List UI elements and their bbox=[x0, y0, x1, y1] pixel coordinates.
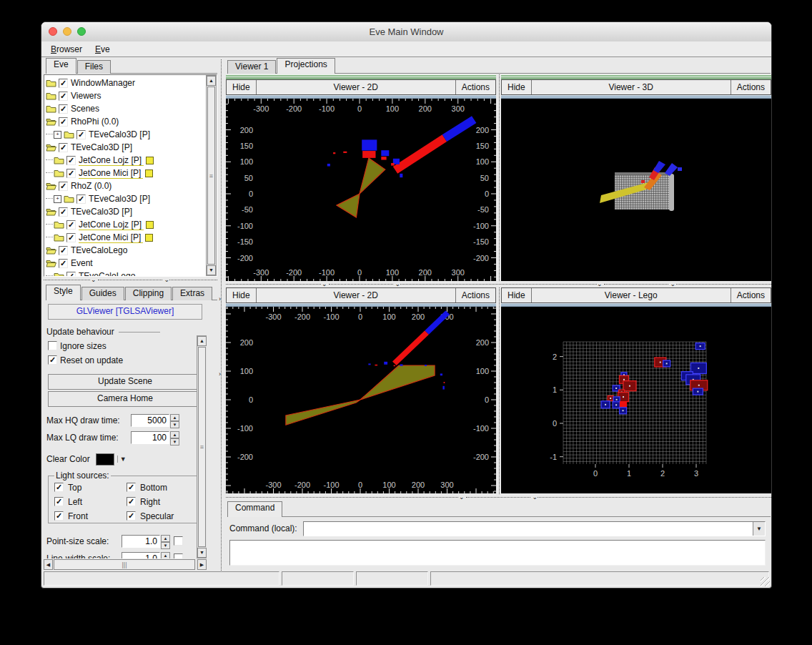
tree-item[interactable]: ✓WindowManager bbox=[46, 77, 205, 89]
spin-up-icon[interactable]: ▲ bbox=[161, 552, 170, 559]
command-output[interactable] bbox=[229, 540, 766, 566]
ignore-sizes-checkbox[interactable] bbox=[48, 341, 57, 350]
tree-checkbox[interactable]: ✓ bbox=[59, 259, 68, 268]
point-size-checkbox[interactable] bbox=[174, 536, 183, 546]
spin-up-icon[interactable]: ▲ bbox=[161, 535, 170, 542]
tab-eve[interactable]: Eve bbox=[46, 58, 76, 74]
titlebar[interactable]: Eve Main Window bbox=[41, 22, 771, 42]
tab-guides[interactable]: Guides bbox=[81, 287, 124, 300]
menu-browser[interactable]: Browser bbox=[44, 43, 89, 56]
scroll-down-button[interactable]: ▼ bbox=[197, 548, 207, 558]
viewer-canvas-lego[interactable]: 0123-1012 bbox=[501, 307, 771, 493]
tree-checkbox[interactable]: ✓ bbox=[59, 117, 68, 127]
light-front-checkbox[interactable]: ✓ bbox=[54, 511, 64, 521]
scroll-up-button[interactable]: ▲ bbox=[207, 76, 216, 86]
color-swatch-yellow[interactable] bbox=[146, 157, 154, 164]
reset-on-update-row[interactable]: ✓ Reset on update bbox=[46, 355, 204, 365]
minimize-window-button[interactable] bbox=[63, 27, 71, 36]
tree-checkbox[interactable]: ✓ bbox=[59, 246, 68, 255]
tree-item[interactable]: ✓JetCone Lojz [P] bbox=[46, 218, 205, 231]
light-specular-row[interactable]: ✓Specular bbox=[127, 511, 199, 521]
color-swatch-yellow[interactable] bbox=[145, 169, 153, 177]
tree-item[interactable]: ✓TEveCalo3D [P] bbox=[46, 141, 205, 154]
actions-button[interactable]: Actions bbox=[731, 80, 771, 94]
tree-item[interactable]: ✓JetCone Mici [P] bbox=[46, 231, 205, 244]
tree-scrollbar[interactable]: ▲ ≡ ▼ bbox=[206, 75, 217, 276]
actions-button[interactable]: Actions bbox=[455, 288, 495, 302]
reset-on-update-checkbox[interactable]: ✓ bbox=[48, 355, 57, 365]
tree-item[interactable]: ✓JetCone Mici [P] bbox=[46, 167, 205, 179]
line-width-checkbox[interactable] bbox=[174, 553, 183, 558]
actions-button[interactable]: Actions bbox=[455, 80, 495, 94]
tree-checkbox[interactable]: ✓ bbox=[59, 104, 68, 114]
tree-checkbox[interactable]: ✓ bbox=[59, 182, 68, 191]
scroll-up-button[interactable]: ▲ bbox=[197, 336, 207, 346]
color-swatch-yellow[interactable] bbox=[146, 221, 154, 229]
resize-grip-icon[interactable] bbox=[761, 577, 770, 586]
tab-files[interactable]: Files bbox=[77, 60, 111, 74]
tab-clipping[interactable]: Clipping bbox=[125, 287, 172, 300]
tree-item[interactable]: ✓TEveCalo3D [P] bbox=[46, 205, 205, 218]
spin-down-icon[interactable]: ▼ bbox=[170, 421, 179, 428]
light-bottom-row[interactable]: ✓Bottom bbox=[127, 482, 199, 493]
zoom-window-button[interactable] bbox=[77, 27, 86, 36]
inspector-scrollbar[interactable]: ▲ ≡ ▼ bbox=[197, 335, 207, 558]
tree-item[interactable]: +✓TEveCalo3D [P] bbox=[46, 192, 205, 205]
viewers-row-splitter[interactable]: ⌄⌄ ⌄⌄ bbox=[226, 281, 771, 287]
light-bottom-checkbox[interactable]: ✓ bbox=[127, 483, 136, 492]
tree-checkbox[interactable]: ✓ bbox=[66, 169, 76, 178]
tree-scroll-thumb[interactable]: ≡ bbox=[207, 87, 215, 265]
tree-checkbox[interactable]: ✓ bbox=[59, 92, 68, 101]
tree-checkbox[interactable]: ✓ bbox=[76, 130, 86, 139]
spin-down-icon[interactable]: ▼ bbox=[170, 438, 179, 445]
tree-checkbox[interactable]: ✓ bbox=[59, 79, 68, 88]
tree-expand-icon[interactable]: + bbox=[54, 195, 61, 203]
inspector-scroll-thumb[interactable]: ≡ bbox=[198, 347, 206, 547]
tree-checkbox[interactable]: ✓ bbox=[59, 207, 68, 217]
tree-item[interactable]: ✓Scenes bbox=[46, 102, 205, 115]
light-specular-checkbox[interactable]: ✓ bbox=[127, 511, 136, 521]
tab-style[interactable]: Style bbox=[46, 285, 81, 300]
hide-button[interactable]: Hide bbox=[502, 288, 532, 302]
tree-checkbox[interactable]: ✓ bbox=[66, 272, 76, 277]
tree-item[interactable]: ✓TEveCaloLego bbox=[46, 244, 205, 257]
tree-item[interactable]: +✓TEveCalo3D [P] bbox=[46, 128, 205, 141]
actions-button[interactable]: Actions bbox=[731, 288, 771, 302]
light-left-row[interactable]: ✓Left bbox=[54, 496, 127, 507]
light-left-checkbox[interactable]: ✓ bbox=[54, 497, 64, 506]
tab-projections[interactable]: Projections bbox=[277, 58, 335, 74]
light-right-row[interactable]: ✓Right bbox=[127, 496, 199, 507]
ignore-sizes-row[interactable]: Ignore sizes bbox=[46, 340, 204, 351]
scroll-right-button[interactable]: ▶ bbox=[197, 559, 207, 570]
tree-item[interactable]: ✓RhoPhi (0.0) bbox=[46, 115, 205, 128]
close-window-button[interactable] bbox=[49, 27, 57, 36]
tree-checkbox[interactable]: ✓ bbox=[66, 156, 76, 165]
light-front-row[interactable]: ✓Front bbox=[54, 511, 127, 521]
spin-down-icon[interactable]: ▼ bbox=[161, 542, 170, 549]
clear-color-swatch[interactable] bbox=[96, 453, 114, 466]
tree-item[interactable]: ✓RhoZ (0.0) bbox=[46, 179, 205, 192]
tree-checkbox[interactable]: ✓ bbox=[76, 195, 86, 204]
line-width-input[interactable] bbox=[122, 552, 160, 559]
main-vertical-splitter[interactable]: › › bbox=[218, 59, 225, 571]
viewer-canvas-v3d[interactable] bbox=[501, 99, 771, 281]
tree-item[interactable]: ✓TEveCaloLego bbox=[46, 270, 205, 276]
inspector-hscroll-thumb[interactable]: ||| bbox=[54, 559, 195, 570]
light-right-checkbox[interactable]: ✓ bbox=[127, 497, 136, 506]
point-size-input[interactable] bbox=[122, 535, 160, 548]
hide-button[interactable]: Hide bbox=[227, 288, 257, 302]
tab-command[interactable]: Command bbox=[227, 501, 282, 517]
tree-item[interactable]: ✓Event bbox=[46, 257, 205, 270]
light-top-row[interactable]: ✓Top bbox=[54, 482, 127, 493]
tree-expand-icon[interactable]: + bbox=[54, 131, 61, 139]
tree-checkbox[interactable]: ✓ bbox=[59, 143, 68, 152]
menu-eve[interactable]: Eve bbox=[89, 43, 117, 56]
scroll-left-button[interactable]: ◀ bbox=[44, 559, 53, 570]
max-lq-input[interactable] bbox=[131, 431, 169, 444]
viewer-canvas-rhophi[interactable]: -300-300-200-200-100-1000010010020020030… bbox=[226, 99, 496, 281]
tab-extras[interactable]: Extras bbox=[172, 287, 212, 300]
spin-up-icon[interactable]: ▲ bbox=[170, 431, 179, 438]
light-top-checkbox[interactable]: ✓ bbox=[54, 483, 64, 492]
spin-up-icon[interactable]: ▲ bbox=[170, 414, 179, 421]
left-horizontal-splitter[interactable]: ⌄⌄ bbox=[44, 277, 217, 284]
